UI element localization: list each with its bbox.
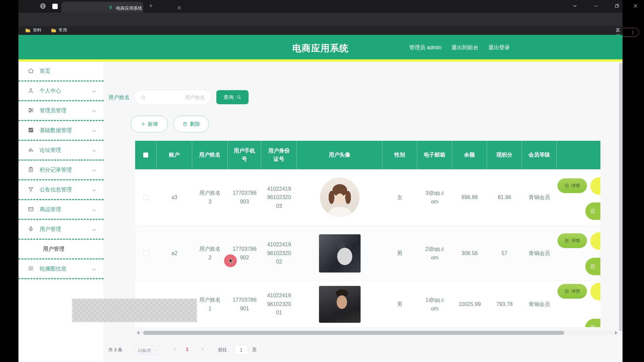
- select-all-checkbox[interactable]: [135, 141, 157, 169]
- detail-button[interactable]: 详情: [557, 284, 587, 299]
- sidebar-item-9[interactable]: 用户管理: [18, 240, 104, 259]
- table-row: a3用户姓名317703786903410224199610232003女3@q…: [135, 169, 600, 225]
- window-minimize-icon[interactable]: [593, 3, 599, 9]
- window-close-icon[interactable]: [633, 3, 638, 8]
- sidebar-item-1[interactable]: 个人中心: [18, 81, 104, 101]
- goto-page-input[interactable]: [234, 345, 248, 355]
- cell-gender: 男: [382, 226, 417, 281]
- cell-id_card: 410224199610232003: [261, 170, 297, 225]
- page-title: 电商应用系统: [18, 42, 623, 54]
- cell-email: 3@qq.com: [417, 170, 452, 225]
- cell-balance: 896.88: [452, 170, 487, 225]
- chevron-down-icon: [92, 207, 97, 213]
- edit-button-clipped[interactable]: [590, 232, 600, 250]
- browser-menu-icon[interactable]: [631, 30, 635, 35]
- table-row: 用户姓名117703786901410224199610232001男1@qq.…: [135, 281, 600, 327]
- query-button[interactable]: 查询: [216, 90, 249, 104]
- window-restore-icon[interactable]: [614, 3, 620, 8]
- folder-icon: [51, 28, 56, 33]
- sidebar-item-3[interactable]: 基础数据管理: [18, 121, 104, 141]
- avatar-image-girl: [320, 178, 360, 217]
- search-box: [134, 89, 211, 105]
- actions-header: [557, 141, 600, 169]
- edit-button-clipped[interactable]: [590, 177, 600, 195]
- avatar-image-dog: [319, 234, 361, 273]
- row-checkbox[interactable]: [135, 226, 157, 281]
- more-action-button-clipped[interactable]: [585, 319, 600, 327]
- table-row: a2用户姓名217703786902410224199610232002男2@q…: [135, 225, 600, 281]
- sidebar-item-5[interactable]: 积分记录管理: [18, 161, 104, 180]
- column-header: 余额: [452, 141, 487, 169]
- doc-icon: [590, 325, 595, 327]
- cell-phone: 17703786903: [228, 170, 261, 225]
- cell-email: 1@qq.com: [417, 281, 452, 327]
- header-links: 管理员 admin 退出到前台 退出登录: [409, 44, 510, 51]
- sidebar-item-7[interactable]: 商品管理: [18, 200, 104, 220]
- edit-button-clipped[interactable]: [590, 283, 600, 300]
- chevron-down-icon: [92, 267, 97, 272]
- browser-tab-strip: V 电商应用系统: [18, 0, 623, 13]
- search-icon: [141, 95, 146, 100]
- tab-close-icon[interactable]: [177, 5, 182, 10]
- sidebar-item-8[interactable]: 用户管理: [18, 220, 104, 240]
- cell-phone: 17703786901: [228, 281, 261, 327]
- page-unit-label: 页: [252, 347, 257, 353]
- doc-icon: [590, 264, 595, 269]
- column-header: 会员等级: [522, 141, 557, 169]
- sidebar-item-2[interactable]: 管理员管理: [18, 101, 104, 121]
- cell-id_card: 410224199610232002: [261, 226, 297, 281]
- row-checkbox[interactable]: [135, 170, 157, 225]
- sidebar-item-0[interactable]: 首页: [18, 62, 104, 81]
- user-avatar: [297, 226, 382, 281]
- logout-link[interactable]: 退出登录: [488, 44, 510, 51]
- more-action-button-clipped[interactable]: [585, 258, 600, 275]
- current-page[interactable]: 1: [186, 346, 189, 352]
- page-size-select[interactable]: 10条/页: [134, 345, 160, 355]
- scroll-right-icon[interactable]: [614, 331, 618, 335]
- browser-tab[interactable]: V 电商应用系统: [61, 2, 143, 13]
- bookmark-item[interactable]: 资料: [25, 27, 41, 33]
- vue-favicon-icon: V: [109, 5, 112, 10]
- horizontal-scroll-thumb[interactable]: [143, 331, 564, 335]
- plus-icon: [141, 122, 146, 126]
- chevron-up-icon: [92, 227, 97, 233]
- accent-bar: [18, 59, 623, 62]
- mic-icon: [28, 226, 34, 232]
- avatar-image-man: [319, 286, 361, 323]
- new-tab-button[interactable]: [149, 3, 153, 8]
- clipboard-icon: [28, 167, 34, 173]
- select-chevron-icon: [154, 348, 158, 352]
- goto-label: 前往: [218, 347, 227, 353]
- delete-button[interactable]: 删除: [173, 116, 209, 132]
- sidebar-item-10[interactable]: 轮播图信息: [18, 259, 104, 279]
- window-menu-icon[interactable]: [572, 3, 578, 9]
- bookmark-item[interactable]: 常用: [51, 27, 67, 33]
- cell-points: 793.78: [487, 281, 522, 327]
- exit-to-front-link[interactable]: 退出到前台: [451, 44, 478, 51]
- cell-level: 青铜会员: [522, 170, 557, 225]
- doc-icon: [565, 238, 569, 243]
- chevron-down-icon: [92, 89, 97, 94]
- table-header-row: 账户用户姓名用户手机号用户身份证号用户头像性别电子邮箱余额现积分会员等级: [135, 141, 600, 169]
- privacy-blur: [72, 299, 197, 322]
- folder-icon: [25, 28, 31, 33]
- cell-balance: 10025.99: [452, 281, 487, 327]
- detail-button[interactable]: 详情: [557, 233, 587, 248]
- cell-gender: 男: [382, 281, 417, 327]
- app-header: 电商应用系统 管理员 admin 退出到前台 退出登录: [18, 35, 623, 59]
- home-icon: [28, 68, 34, 74]
- search-label: 用户姓名: [108, 94, 130, 101]
- column-header: 电子邮箱: [417, 141, 452, 169]
- column-header: 用户手机号: [228, 141, 261, 169]
- scroll-left-icon[interactable]: [137, 331, 140, 335]
- more-action-button-clipped[interactable]: [585, 202, 600, 220]
- add-button[interactable]: 新增: [131, 116, 168, 132]
- detail-button[interactable]: 详情: [557, 178, 587, 193]
- prev-page-icon[interactable]: [172, 347, 177, 352]
- next-page-icon[interactable]: [200, 347, 205, 352]
- vertical-scroll-thumb[interactable]: [619, 63, 622, 331]
- search-input[interactable]: [148, 90, 206, 104]
- sidebar-item-6[interactable]: 公告信息管理: [18, 180, 104, 200]
- sidebar-item-4[interactable]: 论坛管理: [18, 141, 104, 161]
- cell-level: 青铜会员: [522, 226, 557, 281]
